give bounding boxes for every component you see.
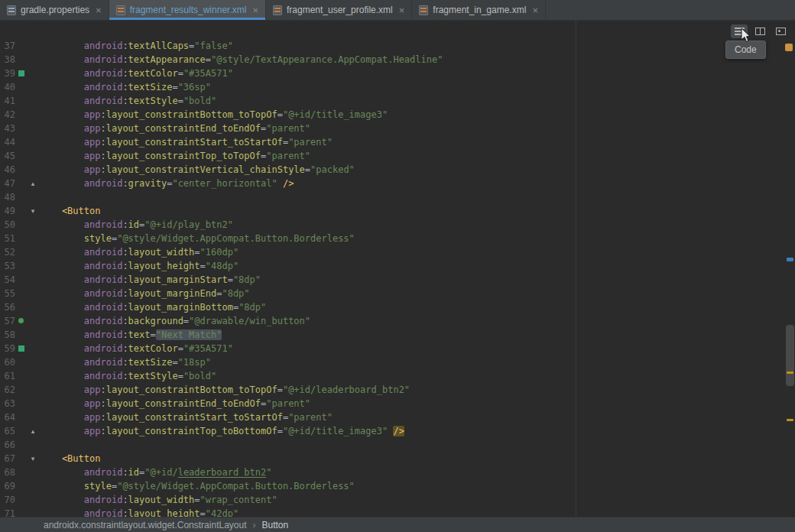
line-number[interactable]: 70 [0, 493, 15, 507]
line-number[interactable]: 68 [0, 466, 15, 479]
tab-close-icon[interactable]: × [96, 5, 102, 15]
code-text[interactable]: <Button [40, 204, 100, 218]
drawable-dot-icon[interactable] [15, 314, 28, 328]
scrollbar-thumb[interactable] [786, 325, 794, 386]
code-area[interactable]: 37 android:textAllCaps="false" 38 androi… [0, 21, 795, 517]
code-text[interactable]: android:layout_marginEnd="8dp" [40, 287, 250, 300]
code-text[interactable]: app:layout_constraintStart_toStartOf="pa… [40, 410, 333, 424]
line-number[interactable]: 59 [0, 342, 15, 355]
breadcrumb-item[interactable]: Button [262, 520, 289, 530]
line-number[interactable]: 50 [0, 218, 15, 232]
tab-close-icon[interactable]: × [399, 5, 405, 15]
line-number[interactable]: 69 [0, 479, 15, 493]
design-view-button[interactable] [772, 24, 789, 38]
code-token: android [84, 467, 123, 478]
tab-close-icon[interactable]: × [252, 5, 258, 15]
editor-tab[interactable]: fragment_results_winner.xml × [109, 0, 266, 20]
info-stripe-mark[interactable] [787, 258, 793, 261]
line-number[interactable]: 48 [0, 190, 15, 204]
code-text[interactable]: app:layout_constraintBottom_toTopOf="@+i… [40, 108, 388, 122]
line-number[interactable]: 37 [0, 39, 15, 53]
code-text[interactable]: style="@style/Widget.AppCompat.Button.Bo… [40, 232, 355, 245]
line-number[interactable]: 62 [0, 383, 15, 397]
line-number[interactable]: 53 [0, 259, 15, 273]
code-text[interactable]: android:layout_marginBottom="8dp" [40, 300, 266, 314]
line-number[interactable]: 61 [0, 369, 15, 383]
editor-tab[interactable]: gradle.properties × [0, 0, 109, 20]
code-text[interactable]: app:layout_constraintTop_toBottomOf="@+i… [40, 424, 404, 438]
line-number[interactable]: 40 [0, 80, 15, 94]
line-number[interactable]: 60 [0, 355, 15, 369]
code-text[interactable]: <Button [40, 452, 100, 466]
editor-pane[interactable]: 37 android:textAllCaps="false" 38 androi… [0, 21, 795, 517]
fold-marker-icon[interactable]: ▴ [28, 424, 38, 438]
code-text[interactable]: android:layout_height="48dp" [40, 259, 238, 273]
line-number[interactable]: 39 [0, 66, 15, 80]
line-number[interactable]: 52 [0, 245, 15, 259]
editor-tab[interactable]: fragment_user_profile.xml × [266, 0, 412, 20]
code-token: = [277, 384, 283, 395]
split-view-button[interactable] [751, 24, 768, 38]
line-number[interactable]: 43 [0, 122, 15, 135]
code-text[interactable]: app:layout_constraintStart_toStartOf="pa… [40, 135, 333, 149]
code-text[interactable]: android:textAllCaps="false" [40, 39, 233, 53]
code-text[interactable]: android:id="@+id/leaderboard_btn2" [40, 466, 271, 479]
warning-stripe-mark[interactable] [787, 371, 793, 374]
code-text[interactable]: android:layout_width="wrap_content" [40, 493, 277, 507]
code-text[interactable]: android:layout_width="160dp" [40, 245, 238, 259]
code-token: : [122, 178, 128, 189]
line-number[interactable]: 45 [0, 149, 15, 163]
line-number[interactable]: 54 [0, 273, 15, 287]
code-text[interactable]: app:layout_constraintEnd_toEndOf="parent… [40, 397, 310, 410]
line-number[interactable]: 41 [0, 94, 15, 108]
warning-stripe-mark[interactable] [787, 419, 793, 421]
code-text[interactable]: android:background="@drawable/win_button… [40, 314, 310, 328]
code-text[interactable]: android:layout_height="42dp" [40, 507, 238, 517]
code-token: = [194, 495, 200, 505]
line-number[interactable]: 44 [0, 135, 15, 149]
code-text[interactable]: android:textStyle="bold" [40, 369, 216, 383]
code-text[interactable]: android:textAppearance="@style/TextAppea… [40, 53, 443, 66]
line-number[interactable]: 63 [0, 397, 15, 410]
code-text[interactable]: android:textStyle="bold" [40, 94, 216, 108]
code-text[interactable]: android:id="@+id/play_btn2" [40, 218, 233, 232]
line-number[interactable]: 58 [0, 328, 15, 342]
code-text[interactable]: android:textSize="18sp" [40, 355, 211, 369]
line-number[interactable]: 49 [0, 204, 15, 218]
line-number[interactable]: 46 [0, 163, 15, 177]
fold-marker-icon[interactable]: ▴ [28, 177, 38, 190]
line-number[interactable]: 42 [0, 108, 15, 122]
color-swatch-icon[interactable] [15, 66, 28, 80]
inspection-indicator-icon[interactable] [785, 44, 793, 51]
color-swatch-icon[interactable] [15, 342, 28, 355]
line-number[interactable]: 67 [0, 452, 15, 466]
fold-marker-icon[interactable]: ▾ [28, 452, 38, 466]
code-text[interactable]: style="@style/Widget.AppCompat.Button.Bo… [40, 479, 355, 493]
code-text[interactable]: android:text="Next Match" [40, 328, 222, 342]
breadcrumb-separator: › [253, 520, 256, 530]
code-text[interactable]: android:textSize="36sp" [40, 80, 211, 94]
editor-scrollbar[interactable] [785, 21, 795, 517]
fold-marker-icon[interactable]: ▾ [28, 204, 38, 218]
line-number[interactable]: 56 [0, 300, 15, 314]
code-text[interactable]: app:layout_constraintTop_toTopOf="parent… [40, 149, 310, 163]
line-number[interactable]: 71 [0, 507, 15, 517]
line-number[interactable]: 55 [0, 287, 15, 300]
code-text[interactable]: android:gravity="center_horizontal" /> [40, 177, 294, 190]
code-text[interactable]: android:layout_marginStart="8dp" [40, 273, 261, 287]
line-number[interactable]: 64 [0, 410, 15, 424]
tab-close-icon[interactable]: × [532, 5, 538, 15]
line-number[interactable]: 66 [0, 438, 15, 452]
line-number[interactable]: 51 [0, 232, 15, 245]
code-text[interactable]: android:textColor="#35A571" [40, 66, 233, 80]
line-number[interactable]: 47 [0, 177, 15, 190]
code-text[interactable]: app:layout_constraintEnd_toEndOf="parent… [40, 122, 310, 135]
code-text[interactable]: android:textColor="#35A571" [40, 342, 233, 355]
line-number[interactable]: 65 [0, 424, 15, 438]
breadcrumb-item[interactable]: androidx.constraintlayout.widget.Constra… [44, 520, 247, 530]
editor-tab[interactable]: fragment_in_game.xml × [412, 0, 546, 20]
code-text[interactable]: app:layout_constraintVertical_chainStyle… [40, 163, 355, 177]
line-number[interactable]: 57 [0, 314, 15, 328]
line-number[interactable]: 38 [0, 53, 15, 66]
code-text[interactable]: app:layout_constraintBottom_toTopOf="@+i… [40, 383, 410, 397]
